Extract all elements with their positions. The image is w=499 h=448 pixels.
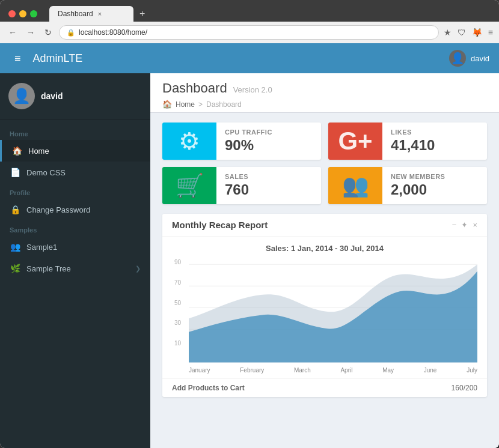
cpu-icon: ⚙ bbox=[162, 123, 216, 160]
maximize-button[interactable] bbox=[30, 10, 37, 17]
new-tab-button[interactable]: + bbox=[135, 6, 150, 22]
sales-content: SALES 760 bbox=[216, 167, 321, 204]
sidebar-item-demo-css-label: Demo CSS bbox=[26, 168, 66, 177]
active-tab[interactable]: Dashboard × bbox=[49, 6, 133, 22]
browser-menu-icon[interactable]: ≡ bbox=[488, 28, 493, 37]
close-button[interactable] bbox=[8, 10, 16, 17]
chart-card-body: Sales: 1 Jan, 2014 - 30 Jul, 2014 90 70 … bbox=[162, 237, 487, 378]
info-box-cpu-traffic: ⚙ CPU TRAFFIC 90% bbox=[162, 123, 321, 160]
tab-close-button[interactable]: × bbox=[98, 10, 102, 17]
back-button[interactable]: ← bbox=[6, 26, 19, 38]
likes-value: 41,410 bbox=[391, 137, 479, 154]
chart-container: 90 70 50 30 10 bbox=[172, 258, 477, 366]
cpu-traffic-label: CPU TRAFFIC bbox=[225, 129, 313, 136]
traffic-lights bbox=[8, 10, 37, 17]
gplus-icon-wrapper: G+ bbox=[328, 123, 382, 160]
tab-title: Dashboard bbox=[58, 10, 93, 18]
firefox-icon[interactable]: 🦊 bbox=[472, 28, 482, 37]
chart-footer-label: Add Products to Cart bbox=[172, 384, 245, 392]
new-members-value: 2,000 bbox=[391, 181, 479, 198]
sidebar-nav: Home 🏠 Home 📄 Demo CSS Profile 🔒 Change … bbox=[0, 120, 150, 448]
sidebar-item-sample-tree[interactable]: 🌿 Sample Tree ❯ bbox=[0, 258, 150, 279]
browser-chrome: Dashboard × + ← → ↻ 🔒 localhost:8080/hom… bbox=[0, 0, 499, 43]
users-icon: 👥 bbox=[10, 242, 20, 252]
x-label-apr: April bbox=[340, 367, 352, 374]
x-label-jun: June bbox=[424, 367, 437, 374]
app-body: 👤 david Home 🏠 Home 📄 Demo CSS Profile bbox=[0, 73, 499, 448]
info-box-sales: 🛒 SALES 760 bbox=[162, 167, 321, 204]
likes-label: LIKES bbox=[391, 129, 479, 136]
url-text: localhost:8080/home/ bbox=[79, 28, 431, 37]
address-bar[interactable]: 🔒 localhost:8080/home/ bbox=[59, 25, 439, 40]
sidebar-item-sample1-label: Sample1 bbox=[26, 243, 57, 252]
sidebar-item-demo-css[interactable]: 📄 Demo CSS bbox=[0, 162, 150, 183]
lock-icon: 🔒 bbox=[10, 205, 20, 214]
info-box-new-members: 👥 NEW MEMBERS 2,000 bbox=[328, 167, 487, 204]
chart-y-axis: 90 70 50 30 10 bbox=[172, 258, 183, 348]
tab-bar: Dashboard × + bbox=[49, 6, 150, 22]
sidebar-item-home-label: Home bbox=[28, 147, 49, 156]
google-plus-icon: G+ bbox=[338, 127, 372, 156]
shopping-cart-icon: 🛒 bbox=[176, 172, 204, 199]
chart-minimize-button[interactable]: − bbox=[452, 220, 457, 229]
avatar-placeholder: 👤 bbox=[451, 52, 464, 65]
chart-card: Monthly Recap Report − ✦ × Sales: 1 Jan,… bbox=[162, 214, 487, 397]
header-username: david bbox=[471, 54, 489, 63]
sidebar-item-change-password[interactable]: 🔒 Change Password bbox=[0, 199, 150, 220]
chart-close-button[interactable]: × bbox=[473, 220, 477, 229]
info-boxes: ⚙ CPU TRAFFIC 90% G+ bbox=[162, 123, 487, 204]
toolbar-actions: ★ 🛡 🦊 ≡ bbox=[444, 28, 493, 37]
bookmark-icon[interactable]: ★ bbox=[444, 28, 452, 37]
info-box-likes: G+ LIKES 41,410 bbox=[328, 123, 487, 160]
sidebar-item-change-password-label: Change Password bbox=[26, 205, 90, 214]
x-label-may: May bbox=[382, 367, 394, 374]
forward-button[interactable]: → bbox=[24, 26, 37, 38]
chart-title: Monthly Recap Report bbox=[172, 220, 268, 230]
x-label-feb: February bbox=[240, 367, 264, 374]
chevron-right-icon: ❯ bbox=[135, 265, 141, 273]
home-icon: 🏠 bbox=[11, 146, 22, 156]
breadcrumb-separator: > bbox=[198, 100, 203, 109]
breadcrumb-icon: 🏠 bbox=[162, 100, 172, 109]
sidebar-item-home[interactable]: 🏠 Home bbox=[0, 140, 150, 162]
leaf-icon: 🌿 bbox=[10, 264, 20, 273]
likes-content: LIKES 41,410 bbox=[382, 123, 487, 160]
sales-value: 760 bbox=[225, 181, 313, 198]
new-members-content: NEW MEMBERS 2,000 bbox=[382, 167, 487, 204]
shield-icon[interactable]: 🛡 bbox=[458, 28, 466, 37]
x-label-jan: January bbox=[189, 367, 210, 374]
header-right: 👤 david bbox=[449, 50, 489, 67]
chart-subtitle: Sales: 1 Jan, 2014 - 30 Jul, 2014 bbox=[172, 244, 477, 253]
chart-footer: Add Products to Cart 160/200 bbox=[162, 378, 487, 397]
gear-icon: ⚙ bbox=[179, 127, 200, 155]
page-title: Dashboard bbox=[162, 80, 227, 96]
sidebar-avatar: 👤 bbox=[8, 83, 35, 109]
file-icon: 📄 bbox=[10, 168, 20, 177]
sidebar-toggle-button[interactable]: ≡ bbox=[10, 50, 26, 67]
sidebar-item-sample1[interactable]: 👥 Sample1 bbox=[0, 236, 150, 258]
sidebar: 👤 david Home 🏠 Home 📄 Demo CSS Profile bbox=[0, 73, 150, 448]
header-avatar[interactable]: 👤 bbox=[449, 50, 466, 67]
main-content: Dashboard Version 2.0 🏠 Home > Dashboard bbox=[150, 73, 499, 448]
page-version: Version 2.0 bbox=[233, 85, 272, 94]
brand-logo: AdminLTE bbox=[33, 52, 83, 65]
refresh-button[interactable]: ↻ bbox=[42, 26, 54, 38]
cart-icon-wrapper: 🛒 bbox=[162, 167, 216, 204]
page-header: Dashboard Version 2.0 🏠 Home > Dashboard bbox=[150, 73, 499, 113]
minimize-button[interactable] bbox=[19, 10, 26, 17]
members-icon-wrapper: 👥 bbox=[328, 167, 382, 204]
x-label-jul: July bbox=[467, 367, 477, 374]
group-icon: 👥 bbox=[342, 173, 369, 198]
lock-icon: 🔒 bbox=[67, 29, 75, 37]
y-label-30: 30 bbox=[174, 319, 181, 326]
chart-x-labels: January February March April May June Ju… bbox=[172, 366, 477, 378]
y-label-50: 50 bbox=[174, 300, 181, 306]
sales-label: SALES bbox=[225, 173, 313, 180]
sidebar-username: david bbox=[41, 91, 63, 101]
brand-lte: LTE bbox=[64, 52, 83, 64]
sidebar-section-profile: Profile bbox=[0, 183, 150, 199]
sidebar-section-home: Home bbox=[0, 124, 150, 140]
chart-configure-button[interactable]: ✦ bbox=[461, 220, 468, 229]
sidebar-section-samples: Samples bbox=[0, 220, 150, 236]
y-label-10: 10 bbox=[174, 340, 181, 347]
